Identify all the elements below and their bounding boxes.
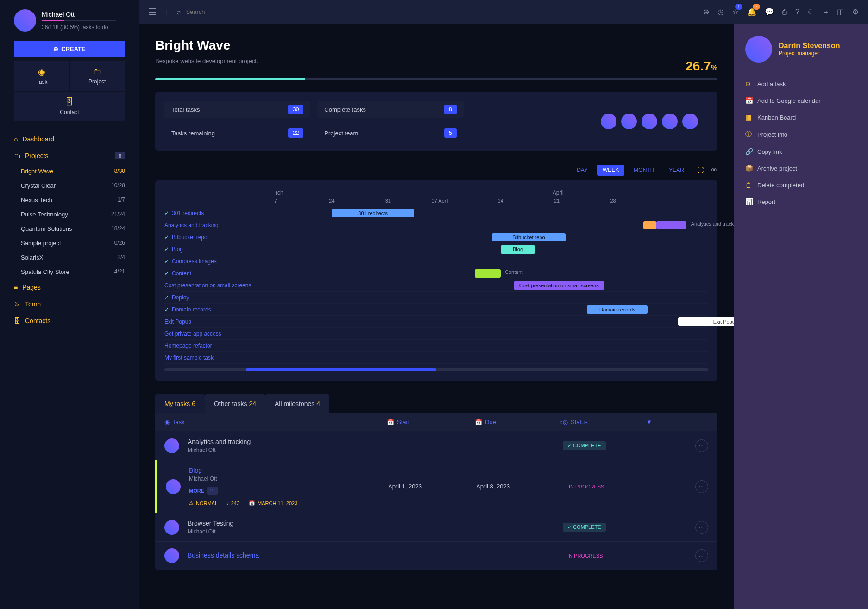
moon-icon[interactable]: ☾ <box>808 7 814 16</box>
project-item[interactable]: Pulse Technology21/24 <box>14 207 132 222</box>
bell-icon[interactable]: 🔔7 <box>747 7 756 16</box>
create-contact[interactable]: 🗄 Contact <box>14 92 125 121</box>
user-avatar <box>14 9 36 32</box>
view-year[interactable]: YEAR <box>663 165 690 176</box>
fullscreen-icon[interactable]: ⛶ <box>697 166 704 174</box>
task-tabs: My tasks 6 Other tasks 24 All milestones… <box>155 394 717 413</box>
clock-icon[interactable]: ◷ <box>717 7 724 16</box>
menu-icon: 📊 <box>745 198 753 205</box>
search-input[interactable] <box>186 8 694 15</box>
timeline-task-row[interactable]: My first sample task <box>164 352 708 364</box>
project-item[interactable]: Bright Wave8/30 <box>14 164 132 178</box>
project-item[interactable]: Nexus Tech1/7 <box>14 193 132 207</box>
nav-pages[interactable]: ≡Pages <box>7 279 132 296</box>
logout-icon[interactable]: ⤷ <box>823 7 829 16</box>
panel-menu-item[interactable]: ⓘProject info <box>745 127 856 142</box>
panel-menu-item[interactable]: 📊Report <box>745 194 856 209</box>
print-icon[interactable]: ⎙ <box>782 8 787 16</box>
panel-menu-item[interactable]: 🗑Delete completed <box>745 178 856 192</box>
help-icon[interactable]: ? <box>795 8 799 16</box>
timeline-task-row[interactable]: ✓Domain recordsDomain records <box>164 304 708 316</box>
task-row[interactable]: Analytics and tracking Michael Ott ✓ COM… <box>155 431 717 460</box>
home-icon: ⌂ <box>14 135 18 143</box>
filter-icon[interactable]: ▼ <box>646 419 652 425</box>
user-stats: 36/118 (30.5%) tasks to do <box>42 24 116 31</box>
nav-projects[interactable]: 🗀Projects 8 <box>7 147 132 164</box>
folder-icon: 🗀 <box>75 67 120 76</box>
check-icon: ✓ <box>164 270 169 277</box>
right-panel: Darrin Stevenson Project manager ⊕Add a … <box>734 24 868 609</box>
tab-other-tasks[interactable]: Other tasks 24 <box>205 394 265 413</box>
team-avatars <box>464 113 708 130</box>
create-task[interactable]: ◉ Task <box>14 61 69 91</box>
briefcase-icon: 🗄 <box>20 97 119 107</box>
project-percentage: 26.7% <box>686 59 717 74</box>
nav-contacts[interactable]: 🗄Contacts <box>7 312 132 329</box>
warning-icon: ⚠ <box>189 500 194 506</box>
tab-milestones[interactable]: All milestones 4 <box>265 394 329 413</box>
tab-my-tasks[interactable]: My tasks 6 <box>155 394 205 413</box>
check-icon: ✓ <box>164 246 169 253</box>
timeline-task-row[interactable]: Homepage refactor <box>164 340 708 352</box>
panel-icon[interactable]: ◫ <box>837 7 844 16</box>
user-profile[interactable]: Michael Ott 36/118 (30.5%) tasks to do <box>0 9 139 41</box>
panel-menu-item[interactable]: 🔗Copy link <box>745 144 856 159</box>
star-icon[interactable]: ☆1 <box>732 7 739 16</box>
project-item[interactable]: SolarisX2/4 <box>14 250 132 265</box>
project-item[interactable]: Sample project0/26 <box>14 236 132 250</box>
search-box[interactable]: ⌕ <box>176 8 694 16</box>
timeline-task-row[interactable]: ✓Deploy <box>164 292 708 304</box>
panel-menu-item[interactable]: ⊕Add a task <box>745 76 856 91</box>
task-row[interactable]: Blog Michael Ott MORE ⋯ ⚠NORMAL ›243 📅MA… <box>155 460 717 513</box>
check-icon: ✓ <box>164 306 169 313</box>
more-actions[interactable]: ⋯ <box>695 521 708 534</box>
avatar[interactable] <box>681 113 699 130</box>
avatar[interactable] <box>641 113 658 130</box>
timeline-scrollbar[interactable] <box>164 368 708 371</box>
create-project[interactable]: 🗀 Project <box>70 61 125 91</box>
users-icon: ⛭ <box>14 300 20 308</box>
timeline-task-row[interactable]: Analytics and trackingAnalytics and trac… <box>164 219 708 231</box>
menu-icon: ⓘ <box>745 130 753 139</box>
more-actions[interactable]: ⋯ <box>695 549 708 562</box>
timeline-task-row[interactable]: ✓301 redirects301 redirects <box>164 207 708 219</box>
visibility-icon[interactable]: 👁 <box>711 166 717 174</box>
gear-icon[interactable]: ⚙ <box>852 7 859 16</box>
timeline-task-row[interactable]: Get private app access <box>164 328 708 340</box>
view-week[interactable]: WEEK <box>597 165 624 176</box>
more-actions[interactable]: ⋯ <box>695 439 708 452</box>
stats-panel: Total tasks30 Complete tasks8 Tasks rema… <box>155 92 717 151</box>
avatar[interactable] <box>600 113 617 130</box>
create-button[interactable]: ⊕ CREATE <box>14 41 125 57</box>
check-icon: ✓ <box>164 258 169 265</box>
timeline-task-row[interactable]: ✓ContentContent <box>164 267 708 279</box>
project-item[interactable]: Quantum Solutions18/24 <box>14 222 132 236</box>
menu-icon: ⊕ <box>745 80 753 88</box>
task-row[interactable]: Browser Testing Michael Ott ✓ COMPLETE ⋯ <box>155 513 717 542</box>
timeline-task-row[interactable]: ✓Bitbucket repoBitbucket repo <box>164 231 708 243</box>
view-month[interactable]: MONTH <box>628 165 660 176</box>
menu-icon: 🗑 <box>745 181 753 189</box>
more-button[interactable]: MORE ⋯ <box>189 487 218 495</box>
avatar[interactable] <box>661 113 679 130</box>
timeline-task-row[interactable]: ✓BlogBlog <box>164 243 708 255</box>
nav-team[interactable]: ⛭Team <box>7 296 132 312</box>
view-day[interactable]: DAY <box>571 165 593 176</box>
timeline-controls: DAY WEEK MONTH YEAR ⛶ 👁 <box>155 165 717 176</box>
timeline-task-row[interactable]: Exit PopupExit Popup <box>164 316 708 328</box>
nav-dashboard[interactable]: ⌂Dashboard <box>7 131 132 147</box>
project-item[interactable]: Spatula City Store4/21 <box>14 265 132 279</box>
timeline-task-row[interactable]: Cost presentation on small screensCost p… <box>164 279 708 292</box>
panel-menu-item[interactable]: 📅Add to Google calendar <box>745 93 856 108</box>
avatar[interactable] <box>620 113 638 130</box>
more-actions[interactable]: ⋯ <box>695 480 708 493</box>
hamburger-icon[interactable]: ☰ <box>148 6 157 18</box>
avatar <box>164 520 179 535</box>
project-item[interactable]: Crystal Clear10/28 <box>14 178 132 193</box>
panel-menu-item[interactable]: 📦Archive project <box>745 161 856 176</box>
chat-icon[interactable]: 💬 <box>765 7 774 16</box>
task-row[interactable]: Business details schema IN PROGRESS ⋯ <box>155 542 717 570</box>
panel-menu-item[interactable]: ▦Kanban Board <box>745 110 856 125</box>
timeline-task-row[interactable]: ✓Compress images <box>164 255 708 267</box>
globe-icon[interactable]: ⊕ <box>703 7 709 16</box>
